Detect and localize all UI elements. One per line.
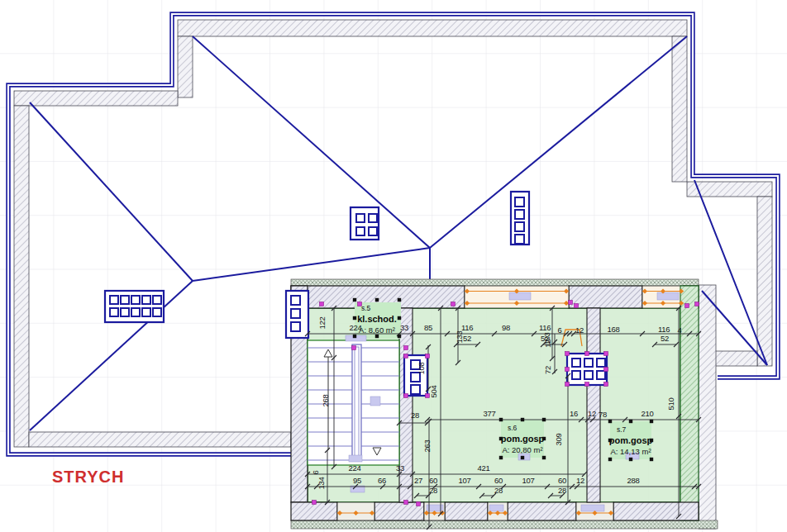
dimension-label[interactable]: 12 (575, 325, 584, 335)
grip-handle-selected[interactable] (320, 302, 324, 306)
dimension-label[interactable]: 263 (422, 440, 432, 453)
grip-handle[interactable] (542, 418, 546, 421)
dimension-label[interactable]: 12 (588, 409, 596, 418)
dimension-label[interactable]: 6 (311, 470, 320, 474)
grip-handle[interactable] (608, 420, 612, 423)
dimension-label[interactable]: 122 (317, 317, 327, 330)
room-area[interactable]: A: 14,13 m² (610, 447, 651, 456)
grip-handle-selected[interactable] (404, 346, 408, 350)
grip-handle-selected[interactable] (604, 382, 608, 387)
interior-wall[interactable] (587, 308, 600, 502)
grip-handle-selected[interactable] (685, 304, 689, 308)
dimension-label[interactable]: 116 (539, 323, 551, 332)
dimension-label[interactable]: 210 (642, 409, 654, 418)
grip-handle-selected[interactable] (404, 501, 408, 505)
dimension-label[interactable]: 72 (543, 366, 552, 374)
grip-handle[interactable] (542, 437, 546, 440)
grip-handle[interactable] (353, 316, 356, 320)
grip-handle-selected[interactable] (312, 501, 317, 505)
grip-handle-selected[interactable] (565, 382, 570, 387)
dimension-label[interactable]: 116 (461, 323, 473, 332)
grip-handle-selected[interactable] (358, 302, 362, 306)
grip-handle[interactable] (650, 420, 653, 423)
room-name[interactable]: pom.gosp (609, 435, 653, 445)
dimension-label[interactable]: 95 (353, 476, 361, 485)
grip-handle-selected[interactable] (565, 368, 570, 372)
page-title[interactable]: STRYCH (52, 468, 124, 486)
dimension-label[interactable]: 66 (378, 476, 386, 485)
grip-handle-selected[interactable] (417, 502, 421, 506)
cad-drawing-canvas[interactable]: 2243385116529811652612168116524122133123… (0, 0, 787, 532)
dimension-label[interactable]: 134 (317, 477, 326, 490)
grip-handle[interactable] (353, 298, 356, 302)
grip-handle[interactable] (499, 437, 503, 440)
dimension-label[interactable]: 28 (494, 486, 503, 495)
grip-handle[interactable] (499, 456, 503, 459)
grip-handle[interactable] (499, 418, 503, 421)
dimension-label[interactable]: 288 (627, 476, 640, 485)
grip-handle[interactable] (353, 335, 356, 338)
dimension-label[interactable]: 52 (463, 334, 471, 343)
dimension-label[interactable]: 377 (484, 409, 496, 418)
grip-handle[interactable] (629, 458, 632, 461)
dimension-label[interactable]: 28 (558, 486, 566, 495)
grip-handle[interactable] (521, 456, 524, 459)
grip-handle-selected[interactable] (404, 394, 408, 398)
dimension-label[interactable]: 16 (570, 409, 578, 418)
grip-handle[interactable] (375, 335, 379, 338)
grip-handle[interactable] (542, 456, 546, 459)
grip-handle-selected[interactable] (352, 346, 356, 350)
dimension-label[interactable]: 12 (543, 340, 552, 348)
grip-handle-selected[interactable] (575, 304, 579, 308)
grip-handle-selected[interactable] (565, 352, 570, 356)
room-name[interactable]: kl.schod. (357, 314, 397, 324)
furniture-symbol[interactable] (370, 397, 380, 406)
dimension-label[interactable]: 107 (522, 476, 535, 485)
room-area[interactable]: A: 8,60 m² (359, 325, 395, 335)
dimension-label[interactable]: 60 (429, 476, 437, 485)
dimension-label[interactable]: 116 (658, 325, 670, 334)
grip-handle[interactable] (398, 335, 401, 338)
grip-handle-selected[interactable] (451, 302, 456, 306)
grip-handle[interactable] (629, 420, 632, 423)
dimension-label[interactable]: 52 (661, 334, 669, 343)
grip-handle[interactable] (608, 439, 612, 442)
dimension-label[interactable]: 60 (558, 476, 566, 485)
furniture-symbol[interactable] (349, 455, 362, 462)
dimension-label[interactable]: 28 (429, 486, 437, 495)
furniture-symbol[interactable] (657, 292, 679, 300)
grip-handle-selected[interactable] (569, 301, 573, 305)
dimension-label[interactable]: 33 (400, 323, 408, 332)
dimension-label[interactable]: 107 (459, 476, 471, 485)
dimension-label[interactable]: 133 (455, 331, 464, 344)
furniture-symbol[interactable] (509, 292, 531, 300)
grip-handle[interactable] (398, 298, 401, 302)
grip-handle[interactable] (650, 458, 653, 461)
grip-handle-selected[interactable] (426, 394, 430, 398)
grip-handle[interactable] (375, 298, 379, 302)
dimension-label[interactable]: 4 (678, 325, 682, 335)
furniture-symbol[interactable] (581, 505, 604, 511)
floor-plan[interactable]: 2243385116529811652612168116524122133123… (286, 279, 718, 530)
room-name[interactable]: pom.gosp (501, 434, 545, 444)
grip-handle[interactable] (650, 439, 653, 442)
room-area[interactable]: A: 20,80 m² (502, 445, 542, 454)
grip-handle[interactable] (521, 418, 524, 421)
furniture-symbol[interactable] (489, 505, 503, 511)
dimension-label[interactable]: 27 (414, 476, 422, 485)
grip-handle-selected[interactable] (404, 354, 408, 359)
dimension-label[interactable]: 268 (321, 395, 330, 407)
dimension-label[interactable]: 108 (417, 363, 426, 375)
grip-handle-selected[interactable] (426, 354, 430, 359)
room-number[interactable]: s.6 (508, 424, 518, 432)
dimension-label[interactable]: 12 (576, 476, 584, 485)
room-number[interactable]: s.7 (617, 425, 627, 434)
grip-handle[interactable] (608, 458, 612, 461)
dimension-label[interactable]: 6 (558, 325, 562, 335)
dimension-label[interactable]: 309 (554, 434, 563, 446)
dimension-label[interactable]: 60 (494, 476, 503, 485)
dimension-label[interactable]: 98 (502, 323, 510, 332)
grip-handle-selected[interactable] (695, 302, 699, 306)
grip-handle[interactable] (398, 316, 401, 320)
dimension-label[interactable]: 168 (608, 325, 620, 334)
